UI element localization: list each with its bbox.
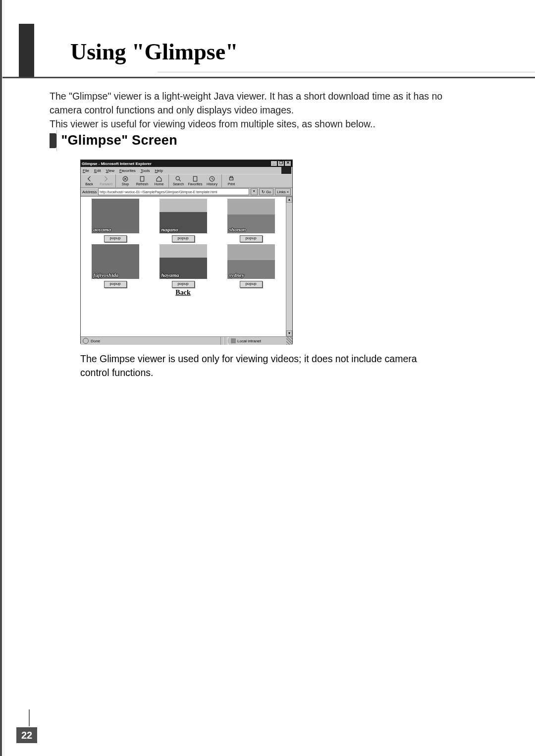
search-label: Search (173, 182, 184, 186)
close-button[interactable]: ✕ (284, 161, 291, 166)
back-label: Back (85, 182, 93, 186)
links-label: Links » (277, 190, 289, 194)
camera-thumbnail: sydney (227, 244, 275, 279)
window-title: Glimpse - Microsoft Internet Explorer (82, 162, 270, 166)
print-button[interactable]: Print (221, 174, 240, 187)
status-zone: Local intranet (228, 338, 286, 343)
minimize-button[interactable]: _ (270, 161, 277, 166)
camera-thumbnail: fujiyoshida (92, 244, 139, 279)
back-button[interactable]: Back (81, 174, 98, 187)
page-left-edge (0, 0, 4, 756)
zone-text: Local intranet (237, 339, 261, 343)
section-title: "Glimpse" Screen (61, 133, 177, 148)
menu-view[interactable]: View (106, 168, 114, 173)
stop-label: Stop (122, 182, 129, 186)
stop-button[interactable]: Stop (115, 174, 134, 187)
title-rule-thin (158, 72, 535, 72)
section-header: "Glimpse" Screen (50, 133, 177, 148)
camera-caption: sydney (229, 272, 245, 278)
camera-cell: fujiyoshidapopup (84, 244, 147, 288)
forward-button[interactable]: Forward (98, 174, 114, 187)
browser-content: aoyamapopup naganopopup shonanpopup fuji… (81, 196, 292, 336)
ie-icon (83, 338, 89, 344)
window-buttons: _ ❐ ✕ (270, 161, 291, 166)
popup-button[interactable]: popup (240, 281, 263, 288)
home-button[interactable]: Home (151, 174, 167, 187)
status-left: Done (81, 338, 220, 344)
camera-caption: fujiyoshida (94, 272, 119, 278)
popup-button[interactable]: popup (240, 235, 263, 242)
menubar: File Edit View Favorites Tools Help (81, 167, 292, 174)
address-input[interactable]: http://localhost/~wvdoc-01~/SamplePages/… (98, 188, 249, 195)
svg-rect-5 (229, 177, 233, 180)
status-bar: Done Local intranet (81, 336, 292, 345)
camera-grid: aoyamapopup naganopopup shonanpopup fuji… (82, 198, 284, 298)
status-separator (224, 337, 228, 345)
scrollbar[interactable] (286, 197, 292, 336)
camera-cell: hayamapopup (152, 244, 214, 288)
refresh-button[interactable]: Refresh (134, 174, 151, 187)
intro-paragraph-2: This viewer is useful for viewing videos… (50, 118, 375, 129)
camera-thumbnail: shonan (227, 199, 275, 233)
menu-help[interactable]: Help (155, 168, 163, 173)
camera-thumbnail: aoyama (92, 199, 139, 233)
favorites-label: Favorites (188, 182, 203, 186)
toolbar: Back Forward Stop Refresh Home Search Fa… (81, 174, 292, 188)
camera-cell: naganopopup (152, 199, 214, 242)
intro-paragraph-1: The "Glimpse" viewer is a light-weight J… (50, 91, 442, 115)
camera-thumbnail: hayama (160, 244, 207, 279)
figure-caption: The Glimpse viewer is used only for view… (80, 352, 441, 379)
menu-tools[interactable]: Tools (141, 168, 150, 173)
camera-caption: hayama (161, 272, 179, 278)
home-label: Home (155, 182, 164, 186)
print-label: Print (228, 182, 235, 186)
ie-logo-icon (281, 167, 291, 174)
address-dropdown[interactable]: ▾ (251, 188, 258, 195)
page: Using "Glimpse" The "Glimpse" viewer is … (0, 0, 535, 756)
camera-cell: sydneypopup (219, 244, 282, 288)
refresh-label: Refresh (136, 182, 149, 186)
menu-favorites[interactable]: Favorites (119, 168, 136, 173)
svg-rect-3 (193, 176, 197, 181)
popup-button[interactable]: popup (172, 281, 195, 288)
forward-label: Forward (100, 182, 112, 186)
camera-caption: aoyama (94, 226, 111, 232)
camera-cell: aoyamapopup (84, 199, 147, 242)
chapter-tab (19, 24, 34, 78)
address-value: http://localhost/~wvdoc-01~/SamplePages/… (100, 190, 217, 194)
status-text: Done (91, 339, 100, 343)
zone-icon (231, 338, 236, 343)
title-rule (2, 77, 535, 78)
back-link[interactable]: Back (84, 289, 282, 297)
address-label: Address (82, 190, 97, 194)
page-number-bar (29, 709, 30, 726)
glimpse-screenshot: Glimpse - Microsoft Internet Explorer _ … (80, 160, 293, 344)
svg-rect-6 (230, 176, 233, 177)
camera-caption: shonan (229, 226, 246, 232)
status-separator (220, 337, 224, 345)
go-label: Go (266, 190, 271, 194)
favorites-button[interactable]: Favorites (187, 174, 204, 187)
popup-button[interactable]: popup (172, 235, 195, 242)
menu-file[interactable]: File (83, 168, 89, 173)
popup-button[interactable]: popup (104, 281, 127, 288)
history-label: History (207, 182, 217, 186)
camera-thumbnail: nagano (160, 199, 207, 233)
camera-cell: shonanpopup (219, 199, 282, 242)
search-button[interactable]: Search (168, 174, 187, 187)
intro-text: The "Glimpse" viewer is a light-weight J… (50, 89, 466, 131)
go-button[interactable]: ↻Go (259, 188, 273, 195)
links-button[interactable]: Links » (275, 188, 291, 195)
popup-button[interactable]: popup (104, 235, 127, 242)
camera-caption: nagano (161, 226, 178, 232)
page-number: 22 (16, 727, 37, 743)
resize-grip[interactable] (286, 337, 292, 345)
svg-rect-1 (140, 176, 144, 181)
restore-button[interactable]: ❐ (277, 161, 284, 166)
section-mark-icon (50, 133, 56, 148)
page-title: Using "Glimpse" (70, 39, 238, 65)
history-button[interactable]: History (204, 174, 220, 187)
window-titlebar: Glimpse - Microsoft Internet Explorer _ … (81, 160, 292, 167)
address-bar: Address http://localhost/~wvdoc-01~/Samp… (81, 188, 292, 196)
menu-edit[interactable]: Edit (94, 168, 101, 173)
